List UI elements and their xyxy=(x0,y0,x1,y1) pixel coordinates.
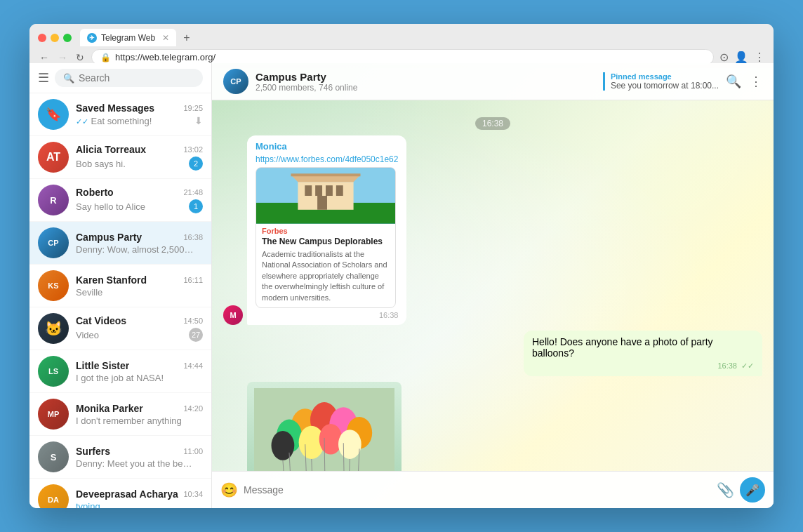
chat-time: 14:50 xyxy=(183,317,203,325)
timestamp-header: 16:38 xyxy=(475,117,510,130)
chat-time: 16:11 xyxy=(183,276,203,284)
bubble-link[interactable]: https://www.forbes.com/4dfe050c1e62 xyxy=(255,154,398,164)
forward-button[interactable]: → xyxy=(56,51,69,65)
chat-info: Deveeprasad Acharya 10:34 typing... xyxy=(76,488,203,509)
attach-button[interactable]: 📎 xyxy=(717,481,734,498)
new-tab-button[interactable]: + xyxy=(183,32,190,44)
message-bubble: Hold on, here it is. 16:38 xyxy=(247,382,401,471)
svg-point-19 xyxy=(338,430,361,460)
browser-chrome: ✈ Telegram Web ✕ + ← → ↻ 🔒 https://web.t… xyxy=(29,24,774,63)
balloon-image xyxy=(247,382,401,471)
sidebar-item-surfers[interactable]: S Surfers 11:00 Denny: Meet you at the b… xyxy=(29,436,211,479)
tab-close-button[interactable]: ✕ xyxy=(162,33,169,43)
emoji-button[interactable]: 😊 xyxy=(220,481,238,498)
avatar: AT xyxy=(38,142,69,173)
tab-title: Telegram Web xyxy=(101,33,155,43)
chat-header-info: Campus Party 2,500 members, 746 online xyxy=(255,71,603,93)
chat-info: Alicia Torreaux 13:02 Bob says hi. 2 xyxy=(76,144,203,171)
chat-time: 13:02 xyxy=(183,145,203,154)
avatar: CP xyxy=(38,227,69,258)
chat-info: Cat Videos 14:50 Video 27 xyxy=(76,315,203,342)
menu-icon[interactable]: ⋮ xyxy=(754,51,765,64)
message-input-bar: 😊 📎 🎤 xyxy=(212,471,774,508)
sidebar-item-campus[interactable]: CP Campus Party 16:38 Denny: Wow, almost… xyxy=(29,222,211,265)
svg-rect-9 xyxy=(291,173,361,176)
chat-preview: Say hello to Alice xyxy=(76,201,145,212)
pinned-text: See you tomorrow at 18:00... xyxy=(611,81,719,91)
extensions-icon[interactable]: ⊙ xyxy=(719,51,729,64)
svg-point-18 xyxy=(272,431,295,460)
sidebar-item-catvideos[interactable]: 🐱 Cat Videos 14:50 Video 27 xyxy=(29,307,211,350)
message-input[interactable] xyxy=(244,484,711,496)
chat-time: 11:00 xyxy=(183,447,203,455)
hamburger-menu[interactable]: ☰ xyxy=(38,70,49,86)
chat-name: Monika Parker xyxy=(76,403,143,414)
chat-info: Roberto 21:48 Say hello to Alice 1 xyxy=(76,187,203,213)
browser-actions: ⊙ 👤 ⋮ xyxy=(719,51,765,64)
messages-container[interactable]: 16:38 M Monica https://www.forbes.com/4d… xyxy=(212,100,774,471)
profile-icon[interactable]: 👤 xyxy=(734,51,748,64)
chat-header-actions: 🔍 ⋮ xyxy=(726,74,762,89)
voice-message-button[interactable]: 🎤 xyxy=(740,477,765,503)
group-sub: 2,500 members, 746 online xyxy=(255,83,603,93)
bubble-time: 16:38 ✓✓ xyxy=(532,361,754,371)
url-text: https://web.telegram.org/ xyxy=(115,52,215,62)
avatar: 🐱 xyxy=(38,313,69,344)
sidebar-item-alicia[interactable]: AT Alicia Torreaux 13:02 Bob says hi. 2 xyxy=(29,136,211,179)
chat-info: Saved Messages 19:25 ✓✓ Eat something! ⬇ xyxy=(76,102,203,126)
svg-point-17 xyxy=(319,424,343,455)
maximize-traffic-light[interactable] xyxy=(63,34,72,42)
chat-name: Surfers xyxy=(76,446,110,457)
sidebar-item-deveeprasad[interactable]: DA Deveeprasad Acharya 10:34 typing... xyxy=(29,479,211,508)
tab-bar: ✈ Telegram Web ✕ + xyxy=(80,29,765,47)
chat-time: 16:38 xyxy=(183,233,203,241)
minimize-traffic-light[interactable] xyxy=(51,34,59,42)
chat-time: 14:44 xyxy=(183,361,203,370)
avatar: S xyxy=(38,441,69,472)
chat-name: Alicia Torreaux xyxy=(76,144,146,155)
chat-time: 19:25 xyxy=(183,104,203,112)
search-icon: 🔍 xyxy=(63,73,74,84)
message-row: M Monica https://www.forbes.com/4dfe050c… xyxy=(223,135,762,325)
active-tab[interactable]: ✈ Telegram Web ✕ xyxy=(80,29,176,47)
message-bubble: Hello! Does anyone have a photo of party… xyxy=(524,331,762,376)
chat-info: Karen Stanford 16:11 Seville xyxy=(76,274,203,298)
chat-menu-icon[interactable]: ⋮ xyxy=(750,74,762,89)
sidebar-item-monika[interactable]: MP Monika Parker 14:20 I don't remember … xyxy=(29,393,211,436)
group-name: Campus Party xyxy=(255,71,603,83)
sidebar: ☰ 🔍 🔖 Saved Messages 19:25 xyxy=(29,63,212,508)
pinned-message[interactable]: Pinned message See you tomorrow at 18:00… xyxy=(603,72,719,91)
back-button[interactable]: ← xyxy=(38,51,51,65)
sidebar-item-roberto[interactable]: R Roberto 21:48 Say hello to Alice 1 xyxy=(29,179,211,222)
chat-name: Campus Party xyxy=(76,232,142,243)
chat-list: 🔖 Saved Messages 19:25 ✓✓ Eat something!… xyxy=(29,93,211,508)
sidebar-item-sister[interactable]: LS Little Sister 14:44 I got the job at … xyxy=(29,350,211,393)
sidebar-header: ☰ 🔍 xyxy=(29,63,211,93)
sidebar-item-karen[interactable]: KS Karen Stanford 16:11 Seville xyxy=(29,265,211,307)
traffic-lights xyxy=(38,34,72,42)
chat-info: Monika Parker 14:20 I don't remember any… xyxy=(76,403,203,426)
pinned-label: Pinned message xyxy=(611,72,719,81)
chat-preview: ✓✓ Eat something! xyxy=(76,116,152,126)
telegram-favicon: ✈ xyxy=(87,33,97,43)
sidebar-item-saved[interactable]: 🔖 Saved Messages 19:25 ✓✓ Eat something!… xyxy=(29,93,211,136)
unread-badge: 1 xyxy=(189,199,203,213)
chat-name: Deveeprasad Acharya xyxy=(76,488,178,500)
secure-icon: 🔒 xyxy=(100,53,111,62)
search-input[interactable] xyxy=(79,72,194,84)
search-box[interactable]: 🔍 xyxy=(55,69,203,87)
chat-preview: Denny: Meet you at the beach xyxy=(76,458,195,469)
chat-preview: Video xyxy=(76,330,99,340)
svg-rect-7 xyxy=(317,196,327,210)
browser-window: ✈ Telegram Web ✕ + ← → ↻ 🔒 https://web.t… xyxy=(29,24,774,508)
search-messages-icon[interactable]: 🔍 xyxy=(726,74,741,89)
close-traffic-light[interactable] xyxy=(38,34,46,42)
avatar: LS xyxy=(38,356,69,387)
chat-area: CP Campus Party 2,500 members, 746 onlin… xyxy=(212,63,774,508)
svg-rect-3 xyxy=(305,185,312,196)
chat-preview: typing... xyxy=(76,501,108,509)
avatar: R xyxy=(38,185,69,215)
avatar: MP xyxy=(38,399,69,430)
chat-name: Cat Videos xyxy=(76,315,126,326)
reload-button[interactable]: ↻ xyxy=(74,51,86,65)
